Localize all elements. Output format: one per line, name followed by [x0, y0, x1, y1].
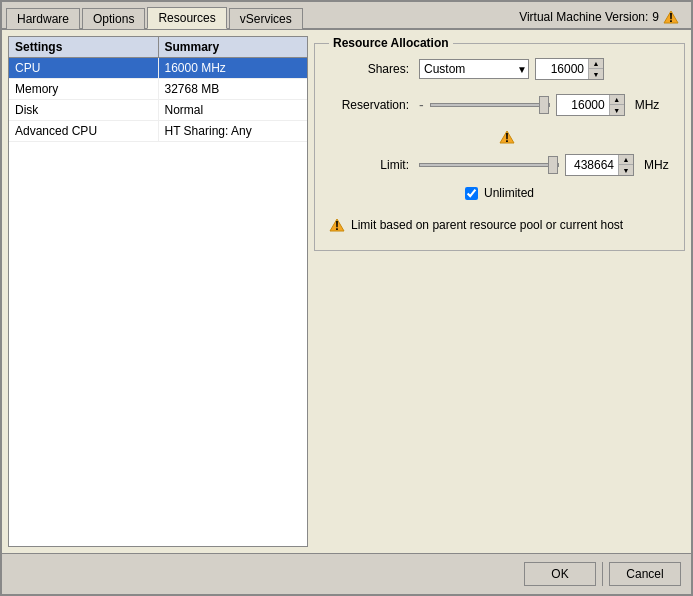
reservation-row: Reservation: - ▲ ▼ MHz — [329, 94, 670, 116]
cell-disk-settings: Disk — [9, 100, 159, 120]
cell-advanced-cpu-settings: Advanced CPU — [9, 121, 159, 141]
vm-version-value: 9 — [652, 10, 659, 24]
warning-message-text: Limit based on parent resource pool or c… — [351, 218, 623, 232]
shares-number-input[interactable] — [536, 60, 588, 78]
reservation-slider-min: - — [419, 97, 424, 113]
vm-version-label: Virtual Machine Version: — [519, 10, 648, 24]
left-panel: Settings Summary CPU 16000 MHz Memory 32… — [8, 36, 308, 547]
table-header: Settings Summary — [9, 37, 307, 58]
footer-bar: OK Cancel — [2, 553, 691, 594]
table-body: CPU 16000 MHz Memory 32768 MB Disk Norma… — [9, 58, 307, 546]
limit-row: Limit: ▲ ▼ MHz — [329, 154, 670, 176]
limit-spin-buttons: ▲ ▼ — [618, 155, 633, 175]
shares-dropdown-wrapper: Low Normal High Custom ▼ — [419, 59, 529, 79]
warning-message-icon: ! — [329, 218, 345, 232]
reservation-number-input[interactable] — [557, 96, 609, 114]
cell-cpu-settings: CPU — [9, 58, 159, 78]
reservation-label: Reservation: — [329, 98, 419, 112]
col-settings-header: Settings — [9, 37, 159, 57]
shares-dropdown[interactable]: Low Normal High Custom — [419, 59, 529, 79]
resource-allocation-title: Resource Allocation — [329, 36, 453, 50]
reservation-spin-buttons: ▲ ▼ — [609, 95, 624, 115]
limit-number-wrapper: ▲ ▼ — [565, 154, 634, 176]
shares-spin-down[interactable]: ▼ — [589, 69, 603, 79]
reservation-warning-row: ! — [429, 130, 670, 144]
warning-message-row: ! Limit based on parent resource pool or… — [329, 214, 670, 236]
limit-label: Limit: — [329, 158, 419, 172]
limit-unit: MHz — [644, 158, 669, 172]
svg-text:!: ! — [505, 131, 509, 144]
limit-number-input[interactable] — [566, 156, 618, 174]
shares-controls: Low Normal High Custom ▼ ▲ ▼ — [419, 58, 604, 80]
ok-button[interactable]: OK — [524, 562, 596, 586]
shares-spin-up[interactable]: ▲ — [589, 59, 603, 69]
table-row[interactable]: CPU 16000 MHz — [9, 58, 307, 79]
cell-advanced-cpu-summary: HT Sharing: Any — [159, 121, 308, 141]
shares-number-wrapper: ▲ ▼ — [535, 58, 604, 80]
reservation-slider-row: - ▲ ▼ MHz — [419, 94, 659, 116]
cell-memory-summary: 32768 MB — [159, 79, 308, 99]
tab-vservices[interactable]: vServices — [229, 8, 303, 29]
unlimited-label: Unlimited — [484, 186, 534, 200]
limit-spin-up[interactable]: ▲ — [619, 155, 633, 165]
cell-memory-settings: Memory — [9, 79, 159, 99]
reservation-slider[interactable] — [430, 103, 550, 107]
table-row[interactable]: Advanced CPU HT Sharing: Any — [9, 121, 307, 142]
cancel-button[interactable]: Cancel — [609, 562, 681, 586]
table-row[interactable]: Disk Normal — [9, 100, 307, 121]
svg-text:!: ! — [669, 11, 673, 24]
limit-slider[interactable] — [419, 163, 559, 167]
shares-label: Shares: — [329, 62, 419, 76]
shares-spin-buttons: ▲ ▼ — [588, 59, 603, 79]
limit-spin-down[interactable]: ▼ — [619, 165, 633, 175]
unlimited-row: Unlimited — [329, 186, 670, 200]
cell-cpu-summary: 16000 MHz — [159, 58, 308, 78]
unlimited-checkbox[interactable] — [465, 187, 478, 200]
vm-version: Virtual Machine Version: 9 ! — [511, 6, 687, 28]
main-content: Settings Summary CPU 16000 MHz Memory 32… — [2, 30, 691, 553]
limit-area: ▲ ▼ MHz — [419, 154, 669, 176]
warning-icon: ! — [663, 10, 679, 24]
svg-text:!: ! — [335, 219, 339, 232]
tab-bar: Hardware Options Resources vServices Vir… — [2, 2, 691, 30]
cell-disk-summary: Normal — [159, 100, 308, 120]
reservation-number-wrapper: ▲ ▼ — [556, 94, 625, 116]
tab-options[interactable]: Options — [82, 8, 145, 29]
tab-hardware[interactable]: Hardware — [6, 8, 80, 29]
reservation-spin-down[interactable]: ▼ — [610, 105, 624, 115]
tab-resources[interactable]: Resources — [147, 7, 226, 29]
resource-allocation-group: Resource Allocation Shares: Low Normal H… — [314, 36, 685, 251]
footer-separator — [602, 562, 603, 586]
reservation-unit: MHz — [635, 98, 660, 112]
reservation-spin-up[interactable]: ▲ — [610, 95, 624, 105]
shares-row: Shares: Low Normal High Custom ▼ — [329, 58, 670, 80]
col-summary-header: Summary — [159, 37, 308, 57]
table-row[interactable]: Memory 32768 MB — [9, 79, 307, 100]
reservation-warning-icon: ! — [499, 130, 515, 144]
right-panel: Resource Allocation Shares: Low Normal H… — [314, 36, 685, 547]
